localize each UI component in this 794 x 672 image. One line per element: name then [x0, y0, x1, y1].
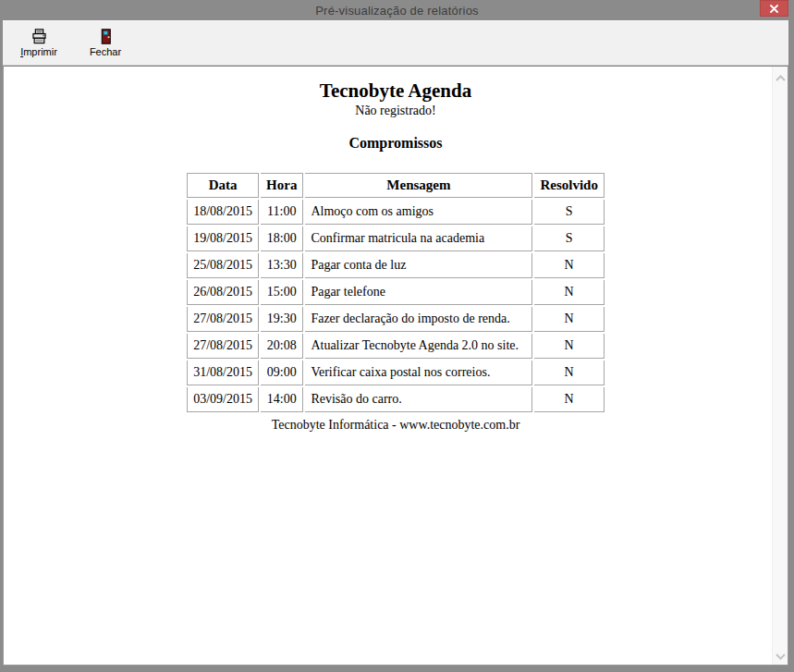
titlebar: Pré-visualização de relatórios: [0, 0, 794, 20]
cell-message: Almoço com os amigos: [305, 200, 532, 225]
printer-icon: [31, 28, 48, 45]
cell-time: 14:00: [261, 387, 303, 412]
cell-time: 11:00: [261, 200, 303, 225]
table-header-row: Data Hora Mensagem Resolvido: [187, 173, 605, 198]
table-row: 03/09/2015 14:00 Revisão do carro. N: [187, 387, 605, 412]
cell-date: 27/08/2015: [187, 307, 259, 332]
column-header-date: Data: [187, 173, 259, 198]
cell-message: Revisão do carro.: [305, 387, 532, 412]
report-section-title: Compromissos: [4, 134, 788, 153]
table-row: 26/08/2015 15:00 Pagar telefone N: [187, 280, 605, 305]
cell-time: 09:00: [261, 360, 303, 385]
cell-resolved: N: [534, 253, 605, 278]
report-title: Tecnobyte Agenda: [4, 79, 788, 103]
cell-resolved: S: [534, 226, 605, 251]
scroll-up-button[interactable]: [773, 68, 788, 84]
cell-time: 13:30: [261, 253, 303, 278]
cell-resolved: N: [534, 307, 605, 332]
cell-date: 19/08/2015: [187, 226, 259, 251]
table-row: 18/08/2015 11:00 Almoço com os amigos S: [187, 200, 605, 225]
cell-resolved: N: [534, 360, 605, 385]
report-subtitle: Não registrado!: [4, 103, 788, 119]
door-icon: [97, 28, 115, 45]
close-report-button[interactable]: Fechar: [79, 23, 132, 64]
table-row: 27/08/2015 19:30 Fazer declaração do imp…: [187, 307, 605, 332]
chevron-down-icon: [776, 647, 786, 664]
print-button[interactable]: Imprimir: [12, 23, 66, 64]
cell-date: 26/08/2015: [187, 280, 259, 305]
cell-resolved: N: [534, 280, 605, 305]
cell-resolved: S: [534, 200, 605, 225]
scroll-down-button[interactable]: [773, 647, 788, 663]
cell-date: 18/08/2015: [187, 200, 259, 225]
cell-date: 27/08/2015: [187, 334, 259, 359]
cell-resolved: N: [534, 387, 605, 412]
table-row: 27/08/2015 20:08 Atualizar Tecnobyte Age…: [187, 334, 605, 359]
close-button[interactable]: [760, 0, 788, 17]
cell-message: Pagar telefone: [305, 280, 532, 305]
cell-time: 19:30: [261, 307, 303, 332]
cell-time: 18:00: [261, 226, 303, 251]
table-row: 25/08/2015 13:30 Pagar conta de luz N: [187, 253, 605, 278]
cell-message: Fazer declaração do imposto de renda.: [305, 307, 532, 332]
cell-date: 03/09/2015: [187, 387, 259, 412]
app-frame: Imprimir Fechar Tecnobyte Agenda Não reg…: [3, 20, 788, 666]
report-preview-pane: Tecnobyte Agenda Não registrado! Comprom…: [3, 66, 788, 666]
print-button-label: Imprimir: [20, 46, 57, 58]
column-header-time: Hora: [261, 173, 303, 198]
close-report-button-label: Fechar: [90, 46, 121, 58]
cell-message: Confirmar matricula na academia: [305, 226, 532, 251]
cell-time: 20:08: [261, 334, 303, 359]
chevron-up-icon: [776, 68, 786, 85]
column-header-message: Mensagem: [305, 173, 532, 198]
close-icon: [770, 0, 778, 17]
cell-message: Verificar caixa postal nos correios.: [305, 360, 532, 385]
report: Tecnobyte Agenda Não registrado! Comprom…: [4, 67, 788, 434]
table-row: 19/08/2015 18:00 Confirmar matricula na …: [187, 226, 605, 251]
cell-resolved: N: [534, 334, 605, 359]
vertical-scrollbar[interactable]: [772, 67, 788, 665]
cell-date: 31/08/2015: [187, 360, 259, 385]
report-footer: Tecnobyte Informática - www.tecnobyte.co…: [4, 417, 788, 434]
toolbar: Imprimir Fechar: [3, 20, 788, 66]
cell-date: 25/08/2015: [187, 253, 259, 278]
table-row: 31/08/2015 09:00 Verificar caixa postal …: [187, 360, 605, 385]
cell-time: 15:00: [261, 280, 303, 305]
column-header-resolved: Resolvido: [534, 173, 605, 198]
cell-message: Atualizar Tecnobyte Agenda 2.0 no site.: [305, 334, 532, 359]
appointments-table: Data Hora Mensagem Resolvido 18/08/2015 …: [185, 171, 606, 414]
cell-message: Pagar conta de luz: [305, 253, 532, 278]
window-title: Pré-visualização de relatórios: [315, 4, 479, 18]
